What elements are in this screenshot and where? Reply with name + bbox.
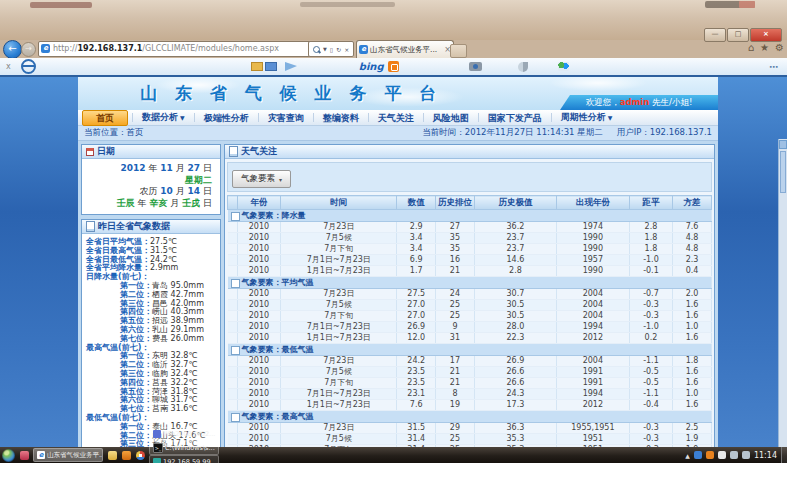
table-cell: 2010 bbox=[237, 356, 281, 367]
explorer-icon[interactable] bbox=[108, 451, 117, 460]
pinned-browser-icon[interactable] bbox=[136, 451, 145, 460]
group-collapse-checkbox[interactable] bbox=[231, 346, 240, 355]
nav-dropdown-icon: ▼ bbox=[178, 114, 185, 121]
addon-logo-icon[interactable] bbox=[21, 59, 36, 74]
compatibility-view-icon[interactable]: ▯ bbox=[330, 46, 333, 53]
network-icon[interactable] bbox=[730, 451, 738, 459]
group-header-row[interactable]: 气象要素：最高气温 bbox=[228, 411, 712, 423]
row-select-cell bbox=[228, 400, 238, 411]
element-filter-button[interactable]: 气象要素 ▾ bbox=[232, 170, 291, 188]
table-row[interactable]: 20107月23日24.21726.92004-1.11.8 bbox=[228, 356, 712, 367]
address-bar[interactable]: e http://192.168.137.1/GLCCLIMATE/module… bbox=[38, 41, 322, 57]
table-row[interactable]: 20107月1日~7月23日23.1824.31994-1.11.0 bbox=[228, 389, 712, 400]
messenger-icon[interactable] bbox=[694, 451, 702, 459]
contacts-icon[interactable] bbox=[558, 62, 569, 71]
nav-item-9[interactable]: 周期性分析 ▼ bbox=[552, 111, 622, 124]
bing-logo[interactable]: bing bbox=[359, 61, 384, 72]
mail-send-icon[interactable] bbox=[285, 62, 297, 71]
nav-item-3[interactable]: 极端性分析 bbox=[195, 112, 258, 124]
date-segment: 月 bbox=[167, 198, 182, 208]
group-header-row[interactable]: 气象要素：最低气温 bbox=[228, 344, 712, 356]
scrollbar-thumb[interactable] bbox=[780, 151, 786, 193]
table-cell: 27.0 bbox=[397, 311, 436, 322]
table-cell: 7月5候 bbox=[281, 367, 397, 378]
group-header-row[interactable]: 气象要素：平均气温 bbox=[228, 277, 712, 289]
table-cell: 25 bbox=[436, 311, 475, 322]
taskbar-window-3[interactable]: >_C:\Windows\s... bbox=[149, 441, 219, 455]
table-row[interactable]: 20107月5候23.52126.61991-0.51.6 bbox=[228, 367, 712, 378]
tools-gear-icon[interactable]: ⚙ bbox=[775, 42, 784, 53]
group-label: 气象要素：平均气温 bbox=[242, 278, 314, 287]
table-row[interactable]: 20107月1日~7月23日6.91614.61957-1.02.3 bbox=[228, 255, 712, 266]
nav-item-2[interactable]: 数据分析 ▼ bbox=[133, 111, 194, 124]
browser-tab[interactable]: e 山东省气候业务平... × bbox=[356, 40, 454, 58]
toolbar-more-icon[interactable]: ⋯ bbox=[769, 62, 779, 72]
table-row[interactable]: 20107月5候3.43523.719901.84.8 bbox=[228, 233, 712, 244]
cards-icon-2[interactable] bbox=[265, 62, 277, 71]
nav-item-1[interactable]: 首页 bbox=[82, 110, 128, 126]
table-cell: 2010 bbox=[237, 333, 281, 344]
search-app-icon[interactable] bbox=[388, 61, 399, 72]
table-cell: 1.6 bbox=[673, 400, 712, 411]
nav-item-6[interactable]: 天气关注 bbox=[369, 112, 423, 124]
table-row[interactable]: 20101月1日~7月23日12.03122.320120.21.6 bbox=[228, 333, 712, 344]
scroll-up-arrow[interactable] bbox=[779, 140, 787, 149]
table-row[interactable]: 20107月23日2.92736.219742.87.6 bbox=[228, 222, 712, 233]
report-icon bbox=[86, 221, 95, 232]
group-collapse-checkbox[interactable] bbox=[231, 413, 240, 422]
table-cell: 7月23日 bbox=[281, 356, 397, 367]
search-dropdown-icon[interactable]: ▼ bbox=[323, 46, 327, 52]
refresh-icon[interactable]: ↻ bbox=[336, 46, 341, 53]
camera-icon[interactable] bbox=[469, 62, 482, 71]
start-button[interactable] bbox=[2, 449, 15, 462]
table-row[interactable]: 20107月5候31.42535.31951-0.31.9 bbox=[228, 434, 712, 445]
row-select-cell bbox=[228, 222, 238, 233]
volume-icon[interactable] bbox=[742, 451, 750, 459]
satellite-icon[interactable] bbox=[518, 62, 528, 72]
action-center-flag-icon[interactable] bbox=[718, 451, 726, 459]
table-row[interactable]: 20107月23日27.52430.72004-0.72.0 bbox=[228, 289, 712, 300]
pinned-app-icon[interactable] bbox=[20, 451, 29, 460]
forward-button[interactable]: → bbox=[21, 42, 36, 57]
weather-summary-panel: 昨日全省气象数据 全省日平均气温：27.5℃全省日最高气温：31.5℃全省日最低… bbox=[81, 219, 221, 461]
table-cell: 7.6 bbox=[673, 222, 712, 233]
hidden-icons-chevron[interactable]: ▲ bbox=[685, 452, 690, 459]
table-row[interactable]: 20107月1日~7月23日26.9928.01994-1.01.0 bbox=[228, 322, 712, 333]
taskbar-window-1[interactable]: e山东省气候业务平... bbox=[33, 448, 103, 462]
security-icon[interactable] bbox=[706, 451, 714, 459]
show-desktop-button[interactable] bbox=[781, 447, 787, 463]
group-collapse-checkbox[interactable] bbox=[231, 279, 240, 288]
stop-icon[interactable]: × bbox=[344, 46, 349, 53]
pinned-orange-app-icon[interactable] bbox=[122, 451, 131, 460]
new-tab-button[interactable] bbox=[450, 44, 467, 58]
table-cell: 17 bbox=[436, 356, 475, 367]
nav-item-4[interactable]: 灾害查询 bbox=[259, 112, 313, 124]
column-header: 数值 bbox=[397, 196, 436, 210]
back-button[interactable]: ← bbox=[3, 40, 22, 59]
table-row[interactable]: 20107月下旬3.43523.719901.84.8 bbox=[228, 244, 712, 255]
favorites-star-icon[interactable]: ★ bbox=[760, 42, 769, 53]
table-row[interactable]: 20101月1日~7月23日1.7212.81990-0.10.4 bbox=[228, 266, 712, 277]
table-cell: 1957 bbox=[557, 255, 630, 266]
cards-icon[interactable] bbox=[251, 62, 263, 71]
taskbar-window-4[interactable]: 192.168.59.99... bbox=[149, 455, 219, 463]
search-icon[interactable] bbox=[313, 46, 320, 53]
table-row[interactable]: 20101月1日~7月23日7.61917.32012-0.41.6 bbox=[228, 400, 712, 411]
table-row[interactable]: 20107月23日31.52936.31955,1951-0.32.5 bbox=[228, 423, 712, 434]
nav-item-5[interactable]: 整编资料 bbox=[314, 112, 368, 124]
table-row[interactable]: 20107月下旬27.02530.52004-0.31.6 bbox=[228, 311, 712, 322]
toolbar-close-icon[interactable]: x bbox=[6, 62, 11, 71]
nav-item-8[interactable]: 国家下发产品 bbox=[479, 112, 551, 124]
group-header-row[interactable]: 气象要素：降水量 bbox=[228, 210, 712, 222]
group-collapse-checkbox[interactable] bbox=[231, 212, 240, 221]
taskbar-window-2[interactable]: Win2008 (VS2... bbox=[149, 427, 219, 441]
table-row[interactable]: 20107月5候27.02530.52004-0.31.6 bbox=[228, 300, 712, 311]
page-scrollbar[interactable] bbox=[778, 139, 787, 463]
home-icon[interactable]: ⌂ bbox=[748, 42, 754, 53]
table-cell: 26.9 bbox=[474, 356, 556, 367]
nav-item-7[interactable]: 风险地图 bbox=[424, 112, 478, 124]
table-cell: 1月1日~7月23日 bbox=[281, 266, 397, 277]
taskbar-clock[interactable]: 11:14 bbox=[754, 451, 777, 460]
table-cell: 7月下旬 bbox=[281, 378, 397, 389]
table-row[interactable]: 20107月下旬23.52126.61991-0.51.6 bbox=[228, 378, 712, 389]
